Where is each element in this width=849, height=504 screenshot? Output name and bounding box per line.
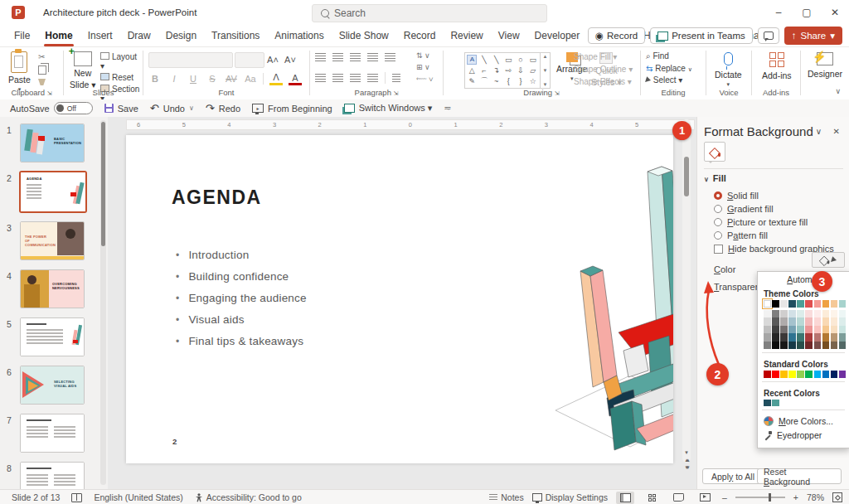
color-swatch[interactable] [822,317,830,326]
select-button[interactable]: Select ▾ [646,75,692,85]
slide-thumbnail-1[interactable]: 1 BASIC PRESENTATION [0,124,108,165]
color-swatch[interactable] [839,333,847,342]
slide-sorter-view-button[interactable] [643,492,661,504]
shape-glyph[interactable]: ▱ [530,66,536,75]
color-swatch[interactable] [772,342,779,350]
slide-bullet-list[interactable]: IntroductionBuilding confidenceEngaging … [176,245,307,352]
zoom-level[interactable]: 78% [807,492,824,502]
color-swatch[interactable] [839,310,847,318]
color-swatch[interactable] [764,300,771,308]
eyedropper-item[interactable]: Eyedropper [758,428,849,442]
shape-effects-button[interactable]: Shape Effects ▾ [574,77,633,86]
color-swatch[interactable] [814,310,822,318]
shape-glyph[interactable]: ╲ [482,56,486,64]
zoom-slider-thumb[interactable] [769,493,772,502]
switch-windows-button[interactable]: Switch Windows ▾ [344,103,433,114]
color-swatch[interactable] [780,333,788,342]
line-spacing-button[interactable] [385,53,395,62]
color-swatch[interactable] [814,300,822,308]
strikethrough-button[interactable]: S [206,72,219,85]
color-swatch[interactable] [822,326,830,334]
display-settings-button[interactable]: Display Settings [532,492,608,502]
color-swatch[interactable] [839,371,847,378]
tab-view[interactable]: View [491,27,527,45]
thumbnail-frame[interactable]: BASIC PRESENTATION [20,124,85,162]
dictate-button[interactable]: Dictate▾ [715,52,742,88]
color-swatch[interactable] [780,310,788,318]
fill-tab-button[interactable] [704,142,725,162]
redo-button[interactable]: ↷ Redo [206,102,240,114]
color-swatch[interactable] [805,342,813,350]
color-swatch[interactable] [788,371,796,378]
tab-design[interactable]: Design [158,27,204,45]
slide-thumbnail-6[interactable]: 6 SELECTING VISUAL AIDS [0,366,108,407]
color-swatch[interactable] [764,310,771,318]
align-text-button[interactable]: ⊞ ∨ [416,63,433,71]
zoom-in-button[interactable]: + [793,492,798,502]
color-swatch[interactable] [822,300,830,308]
color-swatch[interactable] [814,326,822,334]
color-swatch[interactable] [764,333,771,342]
slide-thumbnail-7[interactable]: 7 [0,414,108,455]
slide-thumbnail-5[interactable]: 5 [0,317,108,359]
tab-insert[interactable]: Insert [80,27,120,45]
color-swatch[interactable] [764,400,771,407]
color-swatch[interactable] [797,333,804,342]
color-swatch[interactable] [772,326,779,334]
bullets-button[interactable] [315,53,326,62]
color-swatch[interactable] [797,371,804,378]
color-swatch[interactable] [805,300,813,308]
accessibility-status[interactable]: Accessibility: Good to go [195,492,302,502]
change-case-button[interactable]: Aa [244,72,257,85]
picture-fill-radio[interactable]: Picture or texture fill [714,217,808,227]
color-swatch[interactable] [814,371,822,378]
comments-button[interactable] [758,27,779,44]
language-button[interactable]: English (United States) [94,492,182,502]
designer-button[interactable]: ⚡ Designer [808,52,842,79]
color-swatch[interactable] [788,342,796,350]
shape-glyph[interactable]: ✎ [469,77,476,85]
color-swatch[interactable] [822,310,830,318]
font-color-button[interactable]: A [289,73,302,85]
slide-editor[interactable]: AGENDA IntroductionBuilding confidenceEn… [126,135,673,463]
tab-record[interactable]: Record [396,27,444,45]
justify-button[interactable] [367,74,378,83]
cut-button[interactable]: ✂ [38,52,46,61]
pattern-fill-radio[interactable]: Pattern fill [714,230,768,240]
color-swatch[interactable] [814,333,822,342]
maximize-button[interactable]: ▢ [793,0,821,25]
align-center-button[interactable] [332,74,343,83]
increase-indent-button[interactable] [367,53,378,62]
undo-button[interactable]: ↶ Undo ∨ [150,102,194,114]
shape-fill-button[interactable]: Shape Fill ▾ [574,52,633,61]
align-right-button[interactable] [350,74,361,83]
color-swatch[interactable] [797,300,804,308]
more-colors-item[interactable]: More Colors... [758,414,849,428]
color-swatch[interactable] [839,317,847,326]
thumbnail-frame[interactable]: SELECTING VISUAL AIDS [20,366,85,405]
color-swatch[interactable] [780,326,788,334]
zoom-out-button[interactable]: – [722,492,727,502]
color-swatch[interactable] [805,371,813,378]
color-swatch[interactable] [805,310,813,318]
color-swatch[interactable] [839,326,847,334]
autosave-toggle[interactable]: AutoSave Off [10,102,93,114]
shape-glyph[interactable]: A [467,55,477,65]
italic-button[interactable]: I [167,72,181,85]
slide-thumbnail-2[interactable]: 2 AGENDA [0,172,108,213]
color-swatch[interactable] [772,333,779,342]
shape-glyph[interactable]: ~ [494,77,498,85]
convert-to-smartart-button[interactable]: ⬳ ∨ [416,75,433,84]
color-swatch[interactable] [772,317,779,326]
automatic-color-item[interactable]: Automatic [758,272,849,286]
close-button[interactable]: ✕ [821,0,849,25]
qat-overflow-button[interactable]: ≂ [444,103,451,114]
scroll-down-icon[interactable]: ▾ [685,448,688,456]
color-swatch[interactable] [822,342,830,350]
color-swatch[interactable] [772,310,779,318]
paragraph-dialog-launcher[interactable]: ⇲ [394,90,399,96]
copy-button[interactable] [38,65,46,75]
find-button[interactable]: ⌕ Find [646,51,692,61]
notes-button[interactable]: Notes [489,492,523,502]
color-swatch[interactable] [831,317,838,326]
